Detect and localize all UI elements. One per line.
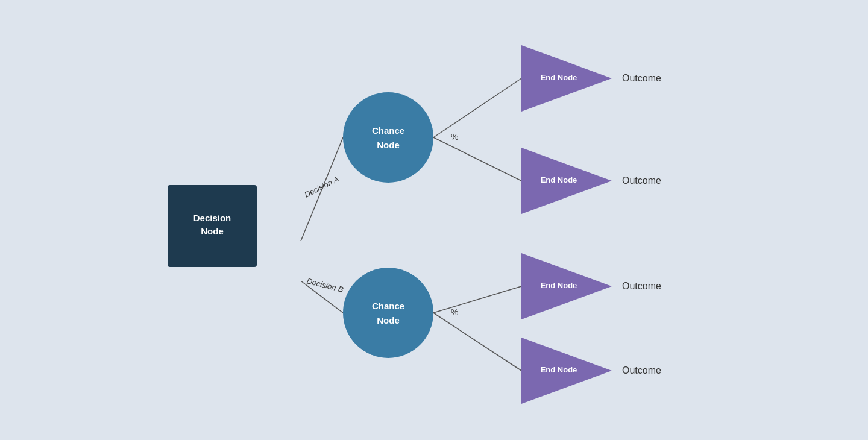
line-chance-bottom-to-end4 xyxy=(433,313,521,371)
diagram-svg: Decision A Decision B % % Decision Node … xyxy=(0,0,868,440)
diagram-container: Decision A Decision B % % Decision Node … xyxy=(0,0,868,440)
end-node-4-label: End Node xyxy=(541,365,577,374)
percent-top: % xyxy=(451,132,458,142)
end-node-2-label: End Node xyxy=(541,175,577,184)
chance-node-top-label2: Node xyxy=(377,140,400,150)
decision-node-label1: Decision xyxy=(193,213,231,223)
chance-node-top-circle xyxy=(343,92,433,183)
chance-node-top-label1: Chance xyxy=(372,125,404,136)
line-chance-bottom-to-end3 xyxy=(433,286,521,313)
label-decision-a: Decision A xyxy=(303,174,341,199)
decision-node-label2: Node xyxy=(201,226,224,236)
chance-node-bottom-label1: Chance xyxy=(372,301,404,311)
label-decision-b: Decision B xyxy=(306,276,344,294)
line-chance-top-to-end2 xyxy=(433,137,521,181)
outcome-1-label: Outcome xyxy=(622,73,661,83)
outcome-2-label: Outcome xyxy=(622,175,661,186)
end-node-3-label: End Node xyxy=(541,281,577,290)
chance-node-bottom-label2: Node xyxy=(377,315,400,325)
chance-node-bottom-circle xyxy=(343,268,433,358)
line-chance-top-to-end1 xyxy=(433,78,521,137)
end-node-1-label: End Node xyxy=(541,73,577,82)
outcome-4-label: Outcome xyxy=(622,365,661,376)
outcome-3-label: Outcome xyxy=(622,281,661,291)
percent-bottom: % xyxy=(451,307,458,317)
